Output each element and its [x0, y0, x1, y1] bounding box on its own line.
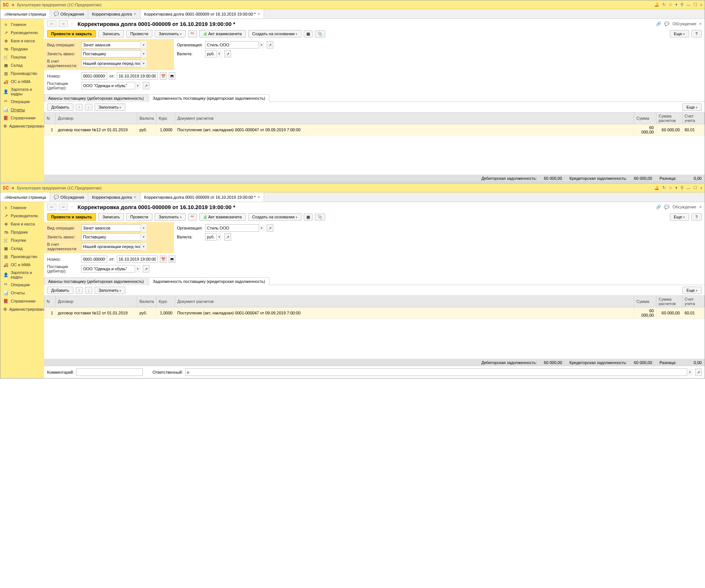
discussion-icon[interactable]: 💬 [664, 22, 669, 26]
dropdown-icon[interactable]: ▾ [135, 82, 141, 89]
dropdown-icon[interactable]: ▾ [141, 50, 146, 57]
dropdown-icon[interactable]: ▾ [141, 60, 146, 67]
doc-tab-debt[interactable]: Задолженность поставщику (кредиторская з… [149, 277, 269, 285]
act-button[interactable]: 🖨 Акт взаимозачета [199, 213, 246, 221]
posted-icon[interactable]: ⬒ [169, 72, 175, 80]
cell-rate[interactable]: 1,0000 [156, 307, 175, 319]
attach-icon[interactable]: 📎 [315, 30, 325, 37]
sidebar-item-main[interactable]: ≡Главное [0, 20, 44, 29]
filter-icon[interactable]: ⚲ [681, 2, 683, 7]
star-icon[interactable]: ☆ [669, 2, 672, 7]
fill-button[interactable]: Заполнить [155, 30, 186, 37]
post-close-button[interactable]: Провести и закрыть [47, 213, 96, 221]
nav-forward-button[interactable]: → [59, 204, 68, 210]
open-icon[interactable]: ↗ [224, 50, 231, 57]
favorite-icon[interactable]: ☆ [70, 22, 74, 26]
dropdown-icon[interactable]: ▾ [141, 243, 146, 250]
sidebar-item-sales[interactable]: 🛍Продажи [0, 228, 44, 236]
discussion-icon[interactable]: 💬 [664, 205, 669, 209]
favorite-icon[interactable]: ☆ [70, 205, 74, 209]
create-based-button[interactable]: Создать на основании [248, 213, 302, 221]
attach-icon[interactable]: 📎 [315, 214, 325, 221]
structure-icon[interactable]: ▦ [304, 214, 313, 221]
post-close-button[interactable]: Провести и закрыть [47, 30, 96, 37]
tab-close-icon[interactable]: × [257, 11, 260, 17]
cell-account[interactable]: 60.01 [682, 124, 705, 136]
supplier-input[interactable] [81, 82, 141, 89]
dropdown-icon[interactable]: ▾ [216, 50, 222, 57]
op-type-input[interactable] [81, 41, 146, 49]
home-tab[interactable]: ⌂ Начальная страница [0, 192, 50, 202]
col-account[interactable]: Счет учета [682, 113, 705, 124]
table-more-button[interactable]: Еще [682, 287, 702, 294]
cell-doc[interactable]: Поступление (акт, накладная) 0001-000047… [175, 307, 634, 319]
number-input[interactable] [81, 255, 107, 263]
dtk-icon[interactable]: ᴬᵏ [188, 30, 197, 37]
sidebar-item-admin[interactable]: ⚙Администрирование [0, 122, 44, 130]
history-icon[interactable]: ↻ [662, 185, 666, 190]
help-button[interactable]: ? [691, 213, 702, 221]
maximize-icon[interactable]: ☐ [694, 185, 697, 190]
minimize-icon[interactable]: — [686, 186, 691, 190]
sidebar-item-warehouse[interactable]: ▦Склад [0, 244, 44, 252]
write-button[interactable]: Записать [98, 213, 124, 221]
dtk-icon[interactable]: ᴬᵏ [188, 214, 197, 221]
advance-input[interactable] [81, 233, 146, 241]
org-input[interactable] [205, 41, 264, 49]
sidebar-item-sales[interactable]: 🛍Продажи [0, 45, 44, 53]
close-icon[interactable]: × [700, 3, 702, 7]
discussion-label[interactable]: Обсуждение [672, 22, 696, 26]
close-doc-icon[interactable]: × [699, 22, 702, 26]
fill-table-button[interactable]: Заполнить [95, 103, 126, 111]
tab-correction[interactable]: Корректировка долга × [88, 9, 141, 19]
calendar-icon[interactable]: 📅 [160, 72, 167, 80]
resp-input[interactable] [185, 369, 693, 376]
more-button[interactable]: Еще [670, 30, 689, 37]
open-icon[interactable]: ↗ [267, 41, 273, 49]
star-icon[interactable]: ☆ [669, 185, 672, 190]
dropdown-icon[interactable]: ▾ [216, 233, 222, 241]
tab-close-icon[interactable]: × [134, 194, 136, 200]
sidebar-item-assets[interactable]: 🚚ОС и НМА [0, 261, 44, 269]
move-down-icon[interactable]: ↓ [85, 287, 92, 294]
col-doc[interactable]: Документ расчетов [175, 113, 634, 124]
write-button[interactable]: Записать [98, 30, 124, 37]
open-icon[interactable]: ↗ [143, 82, 149, 89]
cell-sumcalc[interactable]: 60 000,00 [656, 124, 682, 136]
advance-input[interactable] [81, 50, 146, 57]
sidebar-item-purchases[interactable]: 🛒Покупки [0, 236, 44, 244]
sidebar-item-bank[interactable]: ⊕Банк и касса [0, 220, 44, 228]
col-rate[interactable]: Курс [156, 113, 175, 124]
more-button[interactable]: Еще [670, 213, 689, 221]
number-input[interactable] [81, 72, 107, 80]
dropdown-icon[interactable]: ▾ [258, 224, 264, 232]
add-button[interactable]: Добавить [47, 287, 73, 294]
cell-account[interactable]: 60.01 [682, 307, 705, 319]
dropdown-icon[interactable]: ▾ [675, 185, 678, 190]
debt-input[interactable] [81, 243, 146, 250]
sidebar-item-manager[interactable]: ↗Руководителю [0, 212, 44, 220]
dropdown-icon[interactable]: ▾ [687, 369, 693, 376]
col-currency[interactable]: Валюта [137, 113, 157, 124]
sidebar-item-reports[interactable]: 📊Отчеты [0, 106, 44, 114]
cell-currency[interactable]: руб. [137, 307, 157, 319]
col-n[interactable]: N [45, 296, 56, 307]
debt-input[interactable] [81, 60, 146, 67]
history-icon[interactable]: ↻ [662, 2, 666, 7]
table-row[interactable]: 1 договор поставки №12 от 01.01.2019 руб… [45, 124, 705, 136]
move-up-icon[interactable]: ↑ [76, 104, 83, 110]
org-input[interactable] [205, 224, 264, 232]
open-icon[interactable]: ↗ [143, 265, 149, 272]
sidebar-item-salary[interactable]: 👤Зарплата и кадры [0, 269, 44, 281]
col-rate[interactable]: Курс [156, 296, 175, 307]
cell-n[interactable]: 1 [45, 124, 56, 136]
tab-discussions[interactable]: 💬Обсуждения [50, 192, 88, 202]
col-sumcalc[interactable]: Сумма расчетов [656, 296, 682, 307]
create-based-button[interactable]: Создать на основании [248, 30, 302, 37]
link-icon[interactable]: 🔗 [656, 205, 661, 209]
tab-close-icon[interactable]: × [134, 11, 136, 17]
sidebar-item-manager[interactable]: ↗Руководителю [0, 29, 44, 37]
move-up-icon[interactable]: ↑ [76, 287, 83, 294]
sidebar-item-operations[interactable]: ᴬᵏОперации [0, 98, 44, 106]
maximize-icon[interactable]: ☐ [694, 2, 697, 7]
